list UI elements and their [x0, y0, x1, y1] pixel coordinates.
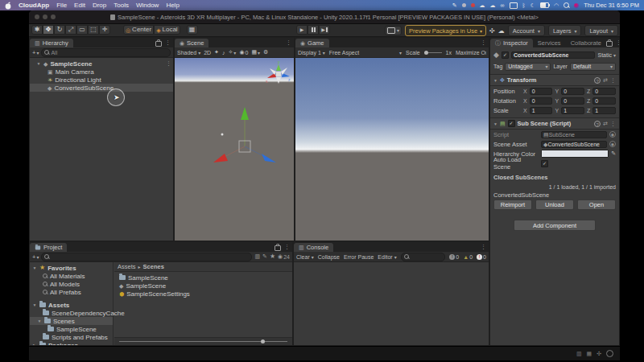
- project-search-input[interactable]: [41, 253, 252, 261]
- cache-server-icon[interactable]: ▥: [576, 351, 582, 357]
- pivot-toggle-button[interactable]: ◎ Center: [123, 25, 154, 35]
- apple-icon[interactable]: [5, 2, 11, 10]
- presets-icon[interactable]: ⇄: [603, 77, 608, 84]
- help-icon[interactable]: ?: [594, 121, 601, 127]
- spotlight-icon[interactable]: [564, 2, 569, 8]
- hierarchy-row-scene[interactable]: ▼ ◆ SampleScene ⋮: [30, 60, 173, 68]
- scale-tool-button[interactable]: ⤢: [65, 25, 76, 35]
- console-search-input[interactable]: [401, 253, 446, 261]
- clear-button[interactable]: Clear ▾: [296, 254, 314, 260]
- script-field[interactable]: ▤ SubScene: [541, 131, 607, 138]
- cloudapp-icon[interactable]: ☁: [480, 0, 485, 10]
- tab-console[interactable]: ▥ Console: [294, 243, 333, 252]
- info-count-badge[interactable]: ! 0: [449, 254, 459, 260]
- collab-status-icon[interactable]: ✣: [597, 351, 601, 357]
- create-menu-button[interactable]: + ▾: [32, 49, 39, 56]
- component-menu-icon[interactable]: ⋮: [610, 77, 616, 84]
- unload-button[interactable]: Unload: [535, 200, 574, 210]
- custom-tool-button[interactable]: ✛: [99, 25, 110, 35]
- scale-z-field[interactable]: 1: [592, 107, 616, 114]
- close-button[interactable]: [35, 14, 39, 19]
- 2d-toggle[interactable]: 2D: [204, 50, 211, 56]
- rect-tool-button[interactable]: ▭: [76, 25, 88, 35]
- object-picker-icon[interactable]: ◉: [609, 141, 616, 147]
- layers-dropdown[interactable]: Layers▾: [548, 25, 582, 36]
- maximize-on-play-toggle[interactable]: Maximize On Play: [456, 50, 486, 56]
- grid-snapping-button[interactable]: ▦: [187, 25, 198, 35]
- bluetooth-icon[interactable]: ᛒ: [522, 0, 526, 10]
- foldout-icon[interactable]: ▼: [36, 61, 41, 66]
- reimport-button[interactable]: Reimport: [493, 200, 532, 210]
- collab-icon[interactable]: ✣: [489, 27, 495, 35]
- pause-button[interactable]: [308, 25, 319, 35]
- lock-icon[interactable]: [275, 245, 281, 251]
- search-by-type-icon[interactable]: ▥: [254, 253, 260, 260]
- foldout-icon[interactable]: ▼: [493, 78, 497, 83]
- tab-hierarchy[interactable]: ▥ Hierarchy: [30, 39, 73, 47]
- all-materials-row[interactable]: All Materials: [30, 272, 113, 280]
- account-dropdown[interactable]: Account▾: [508, 25, 545, 36]
- aspect-dropdown[interactable]: Free Aspect ▾: [329, 50, 402, 56]
- panel-menu-icon[interactable]: ⋮: [481, 244, 486, 250]
- all-prefabs-row[interactable]: All Prefabs: [30, 288, 113, 296]
- position-z-field[interactable]: 0: [592, 88, 616, 95]
- menu-window[interactable]: Window: [136, 2, 159, 9]
- scale-slider[interactable]: [424, 52, 442, 53]
- shading-mode-dropdown[interactable]: Shaded ▾: [177, 50, 200, 56]
- wifi-icon[interactable]: ◠: [554, 0, 559, 10]
- lighting-toggle-icon[interactable]: ✦: [214, 49, 219, 56]
- position-x-field[interactable]: 0: [530, 88, 553, 95]
- eyedropper-icon[interactable]: ✎: [611, 150, 616, 157]
- device-simulator-button[interactable]: ▾: [385, 26, 402, 35]
- rotate-tool-button[interactable]: ↻: [54, 25, 65, 35]
- auto-lighting-icon[interactable]: ▦: [587, 351, 592, 357]
- scene-visibility-toggle[interactable]: ◉ 0: [239, 49, 248, 56]
- tab-scene[interactable]: ◉ Scene: [175, 39, 208, 47]
- play-button[interactable]: ▶: [296, 25, 308, 35]
- orientation-gizmo[interactable]: y z x: [265, 60, 292, 87]
- pencil-icon[interactable]: ✎: [452, 0, 457, 10]
- breadcrumb-scenes[interactable]: Scenes: [143, 263, 164, 270]
- gameobject-name-field[interactable]: ConvertedSubScene: [511, 51, 596, 59]
- collapse-toggle[interactable]: Collapse: [318, 254, 340, 260]
- lock-icon[interactable]: [606, 41, 613, 47]
- transform-tool-button[interactable]: ⬚: [88, 25, 99, 35]
- file-samplescene-scene[interactable]: ◆ SampleScene: [114, 282, 292, 290]
- cloud-button-icon[interactable]: ☁: [498, 27, 505, 35]
- screen-mirroring-icon[interactable]: [510, 2, 518, 9]
- create-menu-button[interactable]: + ▾: [32, 253, 39, 261]
- cloud-sync-icon[interactable]: ☁: [490, 0, 496, 10]
- window-title-bar[interactable]: SampleScene - Asteroids 3D XR Multiplaye…: [29, 10, 620, 24]
- panel-menu-icon[interactable]: ⋮: [286, 39, 291, 46]
- component-tools-icon[interactable]: ⚙: [263, 49, 268, 56]
- file-samplescene-folder[interactable]: SampleScene: [114, 274, 292, 282]
- editor-dropdown[interactable]: Editor ▾: [378, 254, 396, 260]
- hierarchy-row-camera[interactable]: ▣ Main Camera: [30, 68, 173, 76]
- grid-visibility-dropdown[interactable]: ▦ ▾: [251, 49, 260, 56]
- zoom-button[interactable]: [51, 14, 56, 19]
- tab-inspector[interactable]: ⓘ Inspector: [490, 39, 533, 47]
- rotation-x-field[interactable]: 0: [530, 97, 553, 105]
- breadcrumb-assets[interactable]: Assets: [118, 263, 136, 270]
- warning-count-badge[interactable]: ▲ 0: [463, 254, 473, 260]
- file-samplescenesettings[interactable]: ⬢ SampleSceneSettings: [114, 290, 292, 298]
- open-button[interactable]: Open: [577, 200, 616, 210]
- lock-icon[interactable]: [155, 41, 162, 47]
- menu-edit[interactable]: Edit: [74, 2, 85, 9]
- scripts-prefabs-row[interactable]: Scripts and Prefabs: [30, 333, 113, 341]
- move-tool-button[interactable]: ✥: [43, 25, 54, 35]
- hand-tool-button[interactable]: ✱: [31, 25, 43, 35]
- asset-size-slider[interactable]: [119, 341, 287, 342]
- color-swatch[interactable]: [541, 150, 609, 158]
- component-menu-icon[interactable]: ⋮: [610, 121, 616, 127]
- rotation-y-field[interactable]: 0: [561, 97, 584, 105]
- error-pause-toggle[interactable]: Error Pause: [344, 254, 374, 260]
- glasses-icon[interactable]: ∞: [501, 0, 505, 10]
- scenes-row[interactable]: ▼ Scenes: [30, 317, 113, 325]
- panel-menu-icon[interactable]: ⋮: [481, 39, 486, 46]
- menu-drop[interactable]: Drop: [93, 2, 106, 9]
- position-y-field[interactable]: 0: [561, 88, 584, 95]
- object-picker-icon[interactable]: ◉: [609, 131, 616, 138]
- battery-icon[interactable]: [540, 2, 549, 8]
- transform-header[interactable]: ▼ ✥ Transform ? ⇄ ⋮: [490, 74, 619, 86]
